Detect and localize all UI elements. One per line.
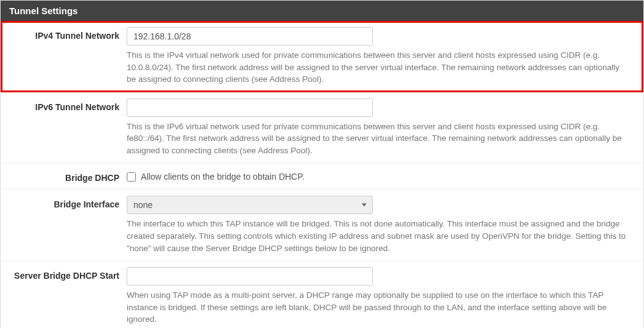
bridge-interface-select[interactable]: none — [127, 196, 373, 214]
help-bridge-interface: The interface to which this TAP instance… — [127, 218, 630, 254]
row-bridge-dhcp: Bridge DHCP Allow clients on the bridge … — [1, 163, 643, 190]
label-ipv4-tunnel-network: IPv4 Tunnel Network — [1, 27, 127, 41]
bridge-dhcp-start-input[interactable] — [127, 267, 373, 286]
row-ipv6-tunnel-network: IPv6 Tunnel Network This is the IPv6 vir… — [1, 92, 643, 164]
field-bridge-interface: none The interface to which this TAP ins… — [127, 196, 635, 254]
bridge-interface-select-wrap: none — [127, 196, 373, 214]
panel-title: Tunnel Settings — [1, 1, 643, 21]
label-bridge-dhcp-start: Server Bridge DHCP Start — [1, 267, 127, 281]
label-bridge-interface: Bridge Interface — [1, 196, 127, 209]
row-ipv4-tunnel-network: IPv4 Tunnel Network This is the IPv4 vir… — [1, 21, 643, 92]
field-ipv4-tunnel-network: This is the IPv4 virtual network used fo… — [127, 27, 635, 86]
row-bridge-interface: Bridge Interface none The interface to w… — [1, 190, 643, 261]
field-bridge-dhcp: Allow clients on the bridge to obtain DH… — [127, 169, 635, 182]
bridge-dhcp-checkbox[interactable] — [127, 172, 136, 182]
ipv6-tunnel-network-input[interactable] — [127, 98, 373, 117]
label-ipv6-tunnel-network: IPv6 Tunnel Network — [1, 98, 127, 112]
ipv4-tunnel-network-input[interactable] — [127, 27, 373, 46]
help-bridge-dhcp-start: When using TAP mode as a multi-point ser… — [127, 289, 630, 326]
help-ipv6-tunnel-network: This is the IPv6 virtual network used fo… — [127, 121, 630, 157]
tunnel-settings-panel: Tunnel Settings IPv4 Tunnel Network This… — [0, 0, 644, 328]
label-bridge-dhcp: Bridge DHCP — [1, 169, 127, 183]
field-bridge-dhcp-start: When using TAP mode as a multi-point ser… — [127, 267, 635, 326]
bridge-dhcp-checkbox-label: Allow clients on the bridge to obtain DH… — [141, 172, 304, 182]
help-ipv4-tunnel-network: This is the IPv4 virtual network used fo… — [127, 49, 630, 86]
row-bridge-dhcp-start: Server Bridge DHCP Start When using TAP … — [1, 261, 643, 328]
field-ipv6-tunnel-network: This is the IPv6 virtual network used fo… — [127, 98, 635, 157]
